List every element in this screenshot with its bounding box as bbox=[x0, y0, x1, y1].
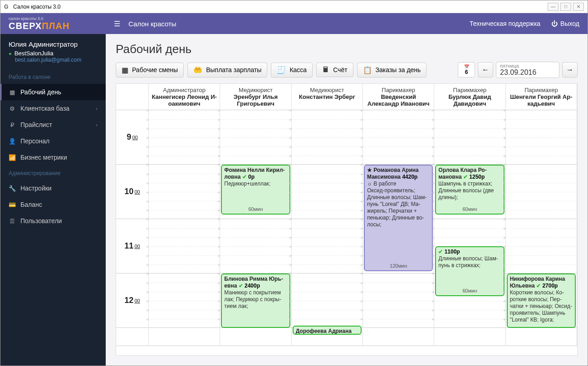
schedule-slot[interactable] bbox=[363, 328, 434, 346]
add-slot-icon[interactable]: + bbox=[503, 190, 506, 195]
add-slot-icon[interactable]: + bbox=[146, 144, 149, 150]
sidebar-item-staff[interactable]: 👤Персонал bbox=[0, 133, 106, 149]
add-slot-icon[interactable]: + bbox=[217, 199, 220, 204]
add-slot-icon[interactable]: + bbox=[217, 208, 220, 213]
add-slot-icon[interactable]: + bbox=[360, 117, 363, 122]
add-slot-icon[interactable]: + bbox=[146, 208, 149, 213]
add-slot-icon[interactable]: + bbox=[289, 280, 292, 286]
add-slot-icon[interactable]: + bbox=[360, 262, 363, 268]
add-slot-icon[interactable]: + bbox=[146, 253, 149, 259]
add-slot-icon[interactable]: + bbox=[289, 153, 292, 159]
add-slot-icon[interactable]: + bbox=[431, 153, 434, 159]
schedule-slot[interactable]: ++++++ bbox=[149, 219, 220, 273]
schedule-slot[interactable] bbox=[434, 328, 505, 346]
add-slot-icon[interactable]: + bbox=[217, 262, 220, 268]
add-slot-icon[interactable]: + bbox=[289, 317, 292, 322]
add-slot-icon[interactable]: + bbox=[146, 307, 149, 313]
add-slot-icon[interactable]: + bbox=[146, 171, 149, 177]
add-slot-icon[interactable]: + bbox=[503, 162, 506, 167]
add-slot-icon[interactable]: + bbox=[431, 216, 434, 222]
add-slot-icon[interactable]: + bbox=[146, 298, 149, 304]
add-slot-icon[interactable]: + bbox=[146, 117, 149, 122]
add-slot-icon[interactable]: + bbox=[431, 317, 434, 322]
add-slot-icon[interactable]: + bbox=[503, 317, 506, 322]
cash-button[interactable]: 🧾Касса bbox=[271, 63, 313, 78]
add-slot-icon[interactable]: + bbox=[217, 135, 220, 141]
appointment[interactable]: ★ Романова Арина Максимовна 4420р☼ В раб… bbox=[364, 165, 433, 271]
add-slot-icon[interactable]: + bbox=[146, 280, 149, 286]
add-slot-icon[interactable]: + bbox=[360, 199, 363, 204]
sidebar-item-price[interactable]: ₽Прайслист ‹ bbox=[0, 117, 106, 133]
add-slot-icon[interactable]: + bbox=[503, 307, 506, 313]
add-slot-icon[interactable]: + bbox=[289, 235, 292, 240]
add-slot-icon[interactable]: + bbox=[360, 135, 363, 141]
add-slot-icon[interactable]: + bbox=[431, 199, 434, 204]
add-slot-icon[interactable]: + bbox=[289, 199, 292, 204]
maximize-button[interactable]: □ bbox=[560, 3, 571, 11]
add-slot-icon[interactable]: + bbox=[360, 307, 363, 313]
add-slot-icon[interactable]: + bbox=[217, 244, 220, 249]
add-slot-icon[interactable]: + bbox=[431, 144, 434, 150]
add-slot-icon[interactable]: + bbox=[431, 135, 434, 141]
close-button[interactable]: ✕ bbox=[573, 3, 584, 11]
add-slot-icon[interactable]: + bbox=[289, 216, 292, 222]
add-slot-icon[interactable]: + bbox=[503, 181, 506, 186]
add-slot-icon[interactable]: + bbox=[503, 271, 506, 276]
add-slot-icon[interactable]: + bbox=[289, 271, 292, 276]
add-slot-icon[interactable]: + bbox=[217, 235, 220, 240]
schedule-slot[interactable]: ++++++ bbox=[292, 165, 363, 219]
sidebar-item-users[interactable]: ☰Пользователи bbox=[0, 213, 106, 229]
add-slot-icon[interactable]: + bbox=[146, 271, 149, 276]
add-slot-icon[interactable]: + bbox=[217, 171, 220, 177]
bill-button[interactable]: 🖩Счёт bbox=[316, 63, 353, 77]
support-link[interactable]: Техническая поддержка bbox=[470, 20, 540, 27]
appointment[interactable]: ✔ 1100рДлинные волосы; Шам­пунь в стрижк… bbox=[435, 246, 504, 296]
add-slot-icon[interactable]: + bbox=[431, 117, 434, 122]
add-slot-icon[interactable]: + bbox=[217, 317, 220, 322]
sidebar-item-clients[interactable]: ⚙Клиентская база ‹ bbox=[0, 100, 106, 117]
schedule-slot[interactable]: ++++++ bbox=[149, 110, 220, 165]
add-slot-icon[interactable]: + bbox=[146, 289, 149, 295]
add-slot-icon[interactable]: + bbox=[503, 135, 506, 141]
add-slot-icon[interactable]: + bbox=[217, 216, 220, 222]
add-slot-icon[interactable]: + bbox=[360, 235, 363, 240]
add-slot-icon[interactable]: + bbox=[217, 162, 220, 167]
add-slot-icon[interactable]: + bbox=[360, 181, 363, 186]
appointment[interactable]: Дорофеева Адриана bbox=[293, 326, 362, 335]
add-slot-icon[interactable]: + bbox=[503, 298, 506, 304]
schedule-slot[interactable]: ++++++ bbox=[292, 110, 363, 165]
add-slot-icon[interactable]: + bbox=[360, 171, 363, 177]
prev-day-button[interactable]: ← bbox=[478, 62, 493, 78]
add-slot-icon[interactable]: + bbox=[146, 262, 149, 268]
schedule-slot[interactable]: ++++++ bbox=[292, 219, 363, 273]
add-slot-icon[interactable]: + bbox=[289, 253, 292, 259]
add-slot-icon[interactable]: + bbox=[217, 226, 220, 231]
schedule-slot[interactable] bbox=[506, 328, 577, 346]
add-slot-icon[interactable]: + bbox=[146, 317, 149, 322]
add-slot-icon[interactable]: + bbox=[289, 190, 292, 195]
schedule-slot[interactable]: ++++++ bbox=[506, 219, 577, 273]
add-slot-icon[interactable]: + bbox=[503, 253, 506, 259]
add-slot-icon[interactable]: + bbox=[360, 126, 363, 132]
add-slot-icon[interactable]: + bbox=[146, 126, 149, 132]
add-slot-icon[interactable]: + bbox=[503, 117, 506, 122]
user-email[interactable]: best.salon.julia@gmail.com bbox=[9, 57, 98, 63]
add-slot-icon[interactable]: + bbox=[289, 226, 292, 231]
appointment[interactable]: Фомина Нелли Кирил­ловна ✔ 0рПедикюр+шел… bbox=[221, 165, 290, 215]
schedule-slot[interactable]: ++++++ bbox=[149, 273, 220, 328]
add-slot-icon[interactable]: + bbox=[431, 162, 434, 167]
sidebar-item-workday[interactable]: ▦Рабочий день bbox=[0, 84, 106, 100]
add-slot-icon[interactable]: + bbox=[146, 199, 149, 204]
add-slot-icon[interactable]: + bbox=[503, 208, 506, 213]
add-slot-icon[interactable]: + bbox=[146, 135, 149, 141]
add-slot-icon[interactable]: + bbox=[503, 171, 506, 177]
add-slot-icon[interactable]: + bbox=[431, 253, 434, 259]
add-slot-icon[interactable]: + bbox=[360, 298, 363, 304]
schedule-slot[interactable]: ++++++ bbox=[220, 219, 291, 273]
next-day-button[interactable]: → bbox=[562, 62, 578, 78]
schedule-slot[interactable] bbox=[220, 328, 291, 346]
add-slot-icon[interactable]: + bbox=[503, 289, 506, 295]
add-slot-icon[interactable]: + bbox=[431, 262, 434, 268]
logout-link[interactable]: ⏻ Выход bbox=[551, 20, 579, 27]
add-slot-icon[interactable]: + bbox=[431, 244, 434, 249]
